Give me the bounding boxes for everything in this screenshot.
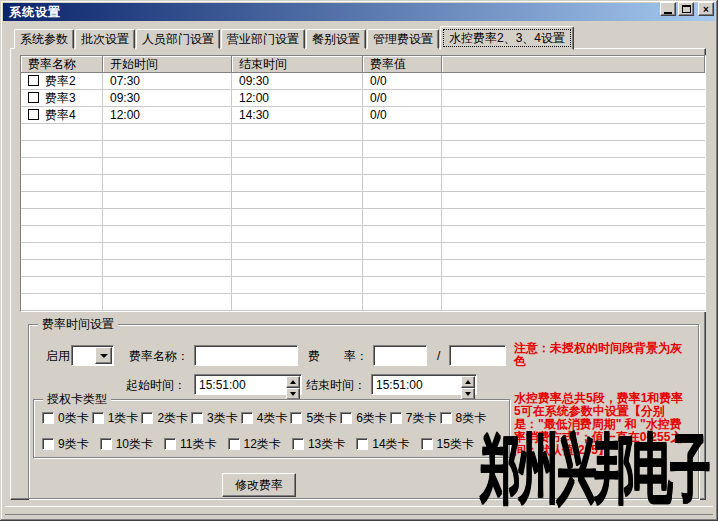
close-icon: ×	[703, 4, 709, 15]
row-checkbox[interactable]	[28, 75, 39, 86]
close-button[interactable]: ×	[698, 2, 714, 16]
card-type-checkbox[interactable]	[42, 412, 54, 424]
card-type-option[interactable]: 12类卡	[228, 437, 281, 451]
card-type-checkbox[interactable]	[42, 438, 54, 450]
minimize-icon	[664, 12, 672, 14]
card-type-group: 授权卡类型 0类卡1类卡2类卡3类卡4类卡5类卡6类卡7类卡8类卡 9类卡10类…	[33, 399, 510, 458]
card-type-option[interactable]: 14类卡	[356, 437, 409, 451]
card-type-checkbox[interactable]	[440, 412, 452, 424]
card-type-checkbox[interactable]	[164, 438, 176, 450]
enable-combobox[interactable]	[71, 345, 114, 366]
card-type-label: 14类卡	[372, 437, 409, 451]
card-type-option[interactable]: 9类卡	[42, 437, 89, 451]
tab-6[interactable]: 水控费率2、3、4设置	[440, 26, 574, 50]
card-type-option[interactable]: 11类卡	[164, 437, 216, 451]
card-type-checkbox[interactable]	[356, 438, 368, 450]
spin-up-button[interactable]	[461, 376, 475, 388]
title-bar[interactable]: 系统设置	[3, 3, 715, 21]
rate-separator: /	[437, 349, 440, 363]
card-type-option[interactable]: 7类卡	[390, 411, 437, 425]
rate-name-label: 费率名称：	[129, 349, 189, 363]
table-row[interactable]: 费率207:3009:300/0	[21, 73, 705, 90]
card-type-label: 15类卡	[437, 437, 474, 451]
tab-1[interactable]: 批次设置	[75, 29, 135, 49]
card-type-checkbox[interactable]	[191, 412, 203, 424]
tab-0[interactable]: 系统参数	[14, 29, 74, 49]
card-type-option[interactable]: 13类卡	[292, 437, 345, 451]
rate-value-2-input[interactable]	[449, 345, 506, 366]
tab-5[interactable]: 管理费设置	[367, 29, 439, 49]
start-time-cell: 07:30	[103, 73, 232, 90]
rate-name: 费率4	[45, 108, 76, 122]
card-type-checkbox[interactable]	[421, 438, 433, 450]
card-type-option[interactable]: 2类卡	[141, 411, 188, 425]
chevron-down-icon	[100, 354, 108, 362]
row-checkbox[interactable]	[28, 92, 39, 103]
rate-value-1-input[interactable]	[373, 345, 427, 366]
card-type-label: 5类卡	[306, 411, 337, 425]
empty-table-row	[21, 124, 705, 141]
maximize-button[interactable]	[678, 2, 694, 16]
column-header-rate-name[interactable]: 费率名称	[21, 56, 103, 73]
combo-drop-button[interactable]	[95, 347, 112, 364]
card-type-checkbox[interactable]	[100, 438, 112, 450]
tab-4[interactable]: 餐别设置	[306, 29, 366, 49]
card-type-label: 13类卡	[308, 437, 345, 451]
start-time-cell: 09:30	[103, 90, 232, 107]
card-type-option[interactable]: 1类卡	[92, 411, 139, 425]
table-header: 费率名称 开始时间 结束时间 费率值	[21, 56, 705, 73]
card-type-checkbox[interactable]	[390, 412, 402, 424]
empty-table-row	[21, 158, 705, 175]
card-type-label: 3类卡	[207, 411, 238, 425]
maximize-icon	[682, 5, 691, 13]
card-type-option[interactable]: 0类卡	[42, 411, 89, 425]
end-time-spinner[interactable]: 15:51:00	[371, 374, 477, 395]
card-type-row-1: 0类卡1类卡2类卡3类卡4类卡5类卡6类卡7类卡8类卡	[42, 411, 486, 425]
column-header-end-time[interactable]: 结束时间	[232, 56, 363, 73]
column-header-rate-value[interactable]: 费率值	[363, 56, 442, 73]
card-type-label: 1类卡	[108, 411, 139, 425]
rate-name-cell: 费率2	[21, 73, 103, 90]
card-type-option[interactable]: 6类卡	[340, 411, 387, 425]
card-type-option[interactable]: 5类卡	[290, 411, 337, 425]
rate-value-cell: 0/0	[363, 90, 442, 107]
spin-up-button[interactable]	[286, 376, 300, 388]
card-type-label: 7类卡	[406, 411, 437, 425]
card-type-label: 10类卡	[116, 437, 153, 451]
rate-table[interactable]: 费率名称 开始时间 结束时间 费率值 费率207:3009:300/0费率309…	[20, 55, 706, 312]
card-type-checkbox[interactable]	[292, 438, 304, 450]
empty-table-row	[21, 209, 705, 226]
modify-rate-button[interactable]: 修改费率	[222, 473, 296, 497]
column-header-filler	[442, 56, 705, 73]
empty-table-row	[21, 277, 705, 294]
chevron-up-icon	[290, 377, 296, 384]
row-checkbox[interactable]	[28, 109, 39, 120]
start-time-spinner[interactable]: 15:51:00	[194, 374, 302, 395]
card-type-option[interactable]: 4类卡	[241, 411, 288, 425]
table-row[interactable]: 费率309:3012:000/0	[21, 90, 705, 107]
card-type-checkbox[interactable]	[228, 438, 240, 450]
card-type-label: 4类卡	[257, 411, 288, 425]
card-type-group-title: 授权卡类型	[43, 392, 111, 406]
rate-name-input[interactable]	[194, 345, 298, 366]
chevron-down-icon	[465, 392, 471, 399]
column-header-start-time[interactable]: 开始时间	[103, 56, 232, 73]
table-row[interactable]: 费率412:0014:300/0	[21, 107, 705, 124]
card-type-label: 0类卡	[58, 411, 89, 425]
end-time-label: 结束时间：	[306, 378, 366, 392]
tab-2[interactable]: 人员部门设置	[136, 29, 220, 49]
end-time-cell: 09:30	[232, 73, 363, 90]
card-type-checkbox[interactable]	[340, 412, 352, 424]
vendor-watermark: 郑州兴邦电子	[480, 417, 708, 519]
card-type-option[interactable]: 15类卡	[421, 437, 474, 451]
card-type-checkbox[interactable]	[290, 412, 302, 424]
minimize-button[interactable]	[660, 2, 676, 16]
card-type-checkbox[interactable]	[241, 412, 253, 424]
start-time-cell: 12:00	[103, 107, 232, 124]
card-type-checkbox[interactable]	[141, 412, 153, 424]
card-type-option[interactable]: 10类卡	[100, 437, 153, 451]
end-time-cell: 14:30	[232, 107, 363, 124]
card-type-checkbox[interactable]	[92, 412, 104, 424]
tab-3[interactable]: 营业部门设置	[221, 29, 305, 49]
card-type-option[interactable]: 3类卡	[191, 411, 238, 425]
